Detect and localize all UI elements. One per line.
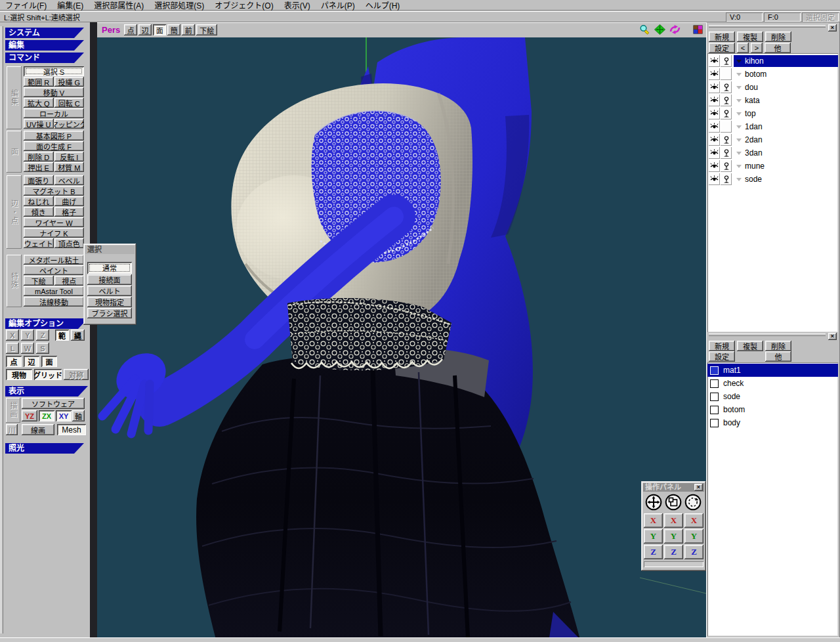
cmd-ペイント[interactable]: ペイント [24, 265, 84, 275]
op-z-1[interactable]: Z [644, 545, 663, 559]
object-name[interactable]: 2dan [734, 134, 838, 146]
material-row-check[interactable]: check [707, 377, 838, 390]
viewport-canvas[interactable] [97, 37, 706, 637]
cmd-投縄-g[interactable]: 投縄 G [54, 77, 85, 87]
toggle-z[interactable]: Z [36, 330, 49, 341]
object-smooth-toggle[interactable] [721, 95, 732, 106]
expand-triangle-icon[interactable] [736, 86, 742, 89]
cmd-傾き[interactable]: 傾き [24, 207, 54, 217]
select-mode-2[interactable]: 接続面 [87, 274, 132, 285]
move-tool-icon[interactable] [645, 494, 662, 513]
menu-item-6[interactable]: 表示(V) [279, 0, 316, 11]
cmd-ワイヤー-w[interactable]: ワイヤー W [24, 217, 84, 227]
cmd-基本図形-p[interactable]: 基本図形 P [24, 131, 84, 140]
axis-plane-yz[interactable]: YZ [22, 410, 37, 421]
selection-lock-toggle[interactable]: 選択固定 [802, 12, 839, 22]
toggle-グリッド[interactable]: グリッド [34, 369, 62, 380]
cmd-ベベル[interactable]: ベベル [54, 175, 85, 185]
op-y-1[interactable]: Y [644, 529, 663, 544]
menu-item-7[interactable]: パネル(P) [316, 0, 360, 11]
object-btn-1[interactable]: 新規 [709, 32, 735, 42]
cmd-下絵[interactable]: 下絵 [24, 276, 54, 286]
object-visibility-toggle[interactable] [709, 68, 720, 80]
cmd-範囲-r[interactable]: 範囲 R [24, 77, 54, 87]
expand-triangle-icon[interactable] [736, 165, 742, 168]
sidebar-grip[interactable] [1, 26, 5, 633]
viewport-mode-点[interactable]: 点 [124, 24, 137, 35]
color-palette-icon[interactable] [692, 24, 704, 35]
cmd-視点[interactable]: 視点 [54, 276, 85, 286]
rotate-tool-icon[interactable] [684, 494, 702, 513]
cmd-削除-d[interactable]: 削除 D [24, 152, 54, 161]
material-row-sode[interactable]: sode [707, 390, 838, 403]
expand-triangle-icon[interactable] [736, 178, 742, 181]
cmd-面張り[interactable]: 面張り [24, 175, 54, 185]
object-visibility-toggle[interactable] [709, 160, 720, 172]
object-row-kihon[interactable]: kihon [707, 54, 838, 68]
cmd-材質-m[interactable]: 材質 M [54, 162, 85, 172]
op-y-3[interactable]: Y [684, 529, 704, 544]
cmd-法線移動[interactable]: 法線移動 [24, 297, 84, 307]
object-visibility-toggle[interactable] [709, 81, 720, 93]
cmd-曲げ[interactable]: 曲げ [54, 196, 85, 206]
object-smooth-toggle[interactable] [721, 147, 732, 159]
object-visibility-toggle[interactable] [709, 147, 720, 159]
object-visibility-toggle[interactable] [709, 95, 720, 106]
cmd-マッピング[interactable]: マッピング [54, 119, 85, 129]
cmd-格子[interactable]: 格子 [54, 207, 85, 217]
toggle-辺[interactable]: 辺 [24, 356, 39, 367]
toggle-面[interactable]: 面 [41, 356, 57, 367]
cmd-ウェイト[interactable]: ウェイト [24, 238, 54, 248]
expand-triangle-icon[interactable] [736, 112, 742, 116]
op-x-3[interactable]: X [684, 513, 704, 528]
object-smooth-toggle[interactable] [721, 55, 732, 67]
cmd-選択-s[interactable]: 選択 S [24, 66, 84, 76]
object-visibility-toggle[interactable] [709, 55, 720, 67]
object-btn2-2[interactable]: < [737, 43, 749, 53]
object-row-3dan[interactable]: 3dan [707, 146, 838, 160]
object-row-kata[interactable]: kata [707, 94, 838, 107]
menu-item-1[interactable]: ファイル(F) [0, 0, 52, 11]
viewport-mode-下絵[interactable]: 下絵 [196, 24, 217, 35]
viewport-mode-簡[interactable]: 簡 [167, 24, 180, 35]
object-name[interactable]: mune [734, 160, 838, 172]
object-smooth-toggle[interactable] [721, 134, 732, 146]
scale-tool-icon[interactable] [665, 494, 682, 513]
object-btn-3[interactable]: 削除 [765, 32, 791, 42]
object-btn2-4[interactable]: 他 [765, 43, 791, 53]
wire-mini-toggle[interactable]: 川 [6, 424, 18, 435]
panel-header-system[interactable]: システム [5, 28, 84, 38]
expand-triangle-icon[interactable] [736, 125, 742, 129]
expand-triangle-icon[interactable] [736, 60, 742, 63]
object-name[interactable]: kihon [734, 55, 838, 67]
selection-palette-title[interactable]: 選択 [85, 246, 135, 254]
cmd-ナイフ-k[interactable]: ナイフ K [24, 228, 84, 238]
object-btn2-3[interactable]: > [751, 43, 763, 53]
material-panel-grip[interactable] [709, 333, 826, 339]
object-smooth-toggle[interactable] [721, 68, 732, 80]
zoom-icon[interactable] [639, 24, 650, 35]
toggle-現物[interactable]: 現物 [6, 369, 32, 380]
cmd-mastar-tool[interactable]: mAstar Tool [24, 286, 84, 296]
material-btn-3[interactable]: 削除 [765, 341, 791, 351]
object-visibility-toggle[interactable] [709, 134, 720, 146]
object-row-1dan[interactable]: 1dan [707, 120, 838, 133]
software-render-button[interactable]: ソフトウェア [22, 398, 85, 409]
object-name[interactable]: 1dan [734, 121, 838, 133]
material-row-body[interactable]: body [707, 416, 838, 429]
cmd-面の生成-f[interactable]: 面の生成 F [24, 141, 84, 151]
object-name[interactable]: kata [734, 95, 838, 106]
toggle-l[interactable]: L [6, 343, 19, 354]
axis-toggle-button[interactable]: 軸 [72, 410, 85, 421]
menu-item-5[interactable]: オブジェクト(O) [209, 0, 278, 11]
toggle-点[interactable]: 点 [6, 356, 22, 367]
panel-header-lighting[interactable]: 照光 [5, 443, 84, 454]
cmd-uv操-u[interactable]: UV操 U [24, 119, 54, 129]
cmd-メタボール粘土[interactable]: メタボール粘土 [24, 255, 84, 265]
menu-item-4[interactable]: 選択部処理(S) [149, 0, 209, 11]
perspective-mode-label[interactable]: Pers [102, 25, 120, 35]
toggle-縄[interactable]: 縄 [71, 330, 85, 341]
cmd-ローカル[interactable]: ローカル [24, 108, 84, 118]
menu-item-2[interactable]: 編集(E) [52, 0, 89, 11]
object-row-top[interactable]: top [707, 107, 838, 120]
